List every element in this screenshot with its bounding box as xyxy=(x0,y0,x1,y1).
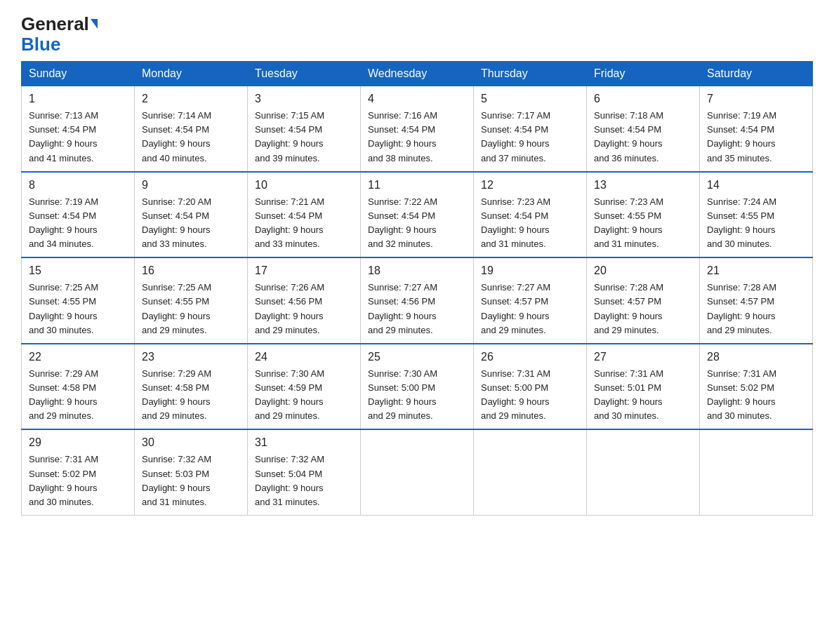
calendar-cell xyxy=(474,429,587,515)
day-number: 28 xyxy=(707,349,805,365)
day-info: Sunrise: 7:32 AMSunset: 5:04 PMDaylight:… xyxy=(255,452,353,509)
day-info: Sunrise: 7:18 AMSunset: 4:54 PMDaylight:… xyxy=(594,109,692,166)
day-info: Sunrise: 7:27 AMSunset: 4:57 PMDaylight:… xyxy=(481,281,579,337)
day-number: 19 xyxy=(481,262,579,279)
page-header: GeneralBlue xyxy=(21,14,813,54)
day-number: 29 xyxy=(29,434,127,451)
day-number: 10 xyxy=(255,177,353,194)
day-number: 5 xyxy=(481,90,579,107)
calendar-cell: 14Sunrise: 7:24 AMSunset: 4:55 PMDayligh… xyxy=(700,172,813,258)
day-number: 25 xyxy=(368,349,466,365)
calendar-cell: 28Sunrise: 7:31 AMSunset: 5:02 PMDayligh… xyxy=(700,344,813,430)
weekday-header-row: SundayMondayTuesdayWednesdayThursdayFrid… xyxy=(22,62,813,86)
calendar-cell: 6Sunrise: 7:18 AMSunset: 4:54 PMDaylight… xyxy=(587,86,700,172)
day-number: 1 xyxy=(29,90,127,107)
day-info: Sunrise: 7:20 AMSunset: 4:54 PMDaylight:… xyxy=(142,195,240,252)
day-info: Sunrise: 7:26 AMSunset: 4:56 PMDaylight:… xyxy=(255,281,353,337)
day-number: 8 xyxy=(29,177,127,194)
day-info: Sunrise: 7:30 AMSunset: 5:00 PMDaylight:… xyxy=(368,367,466,424)
day-number: 23 xyxy=(142,349,240,365)
day-number: 7 xyxy=(707,90,805,107)
calendar-cell: 18Sunrise: 7:27 AMSunset: 4:56 PMDayligh… xyxy=(361,257,474,344)
weekday-header-saturday: Saturday xyxy=(700,62,813,86)
day-number: 21 xyxy=(707,262,805,279)
day-info: Sunrise: 7:24 AMSunset: 4:55 PMDaylight:… xyxy=(707,195,805,252)
day-info: Sunrise: 7:29 AMSunset: 4:58 PMDaylight:… xyxy=(142,367,240,424)
day-info: Sunrise: 7:23 AMSunset: 4:55 PMDaylight:… xyxy=(594,195,692,252)
calendar-cell: 26Sunrise: 7:31 AMSunset: 5:00 PMDayligh… xyxy=(474,344,587,430)
day-info: Sunrise: 7:15 AMSunset: 4:54 PMDaylight:… xyxy=(255,109,353,166)
day-info: Sunrise: 7:31 AMSunset: 5:02 PMDaylight:… xyxy=(707,367,805,424)
day-number: 2 xyxy=(142,90,240,107)
calendar-cell: 22Sunrise: 7:29 AMSunset: 4:58 PMDayligh… xyxy=(22,344,135,430)
calendar-cell: 27Sunrise: 7:31 AMSunset: 5:01 PMDayligh… xyxy=(587,344,700,430)
day-info: Sunrise: 7:29 AMSunset: 4:58 PMDaylight:… xyxy=(29,367,127,424)
day-info: Sunrise: 7:14 AMSunset: 4:54 PMDaylight:… xyxy=(142,109,240,166)
day-number: 16 xyxy=(142,262,240,279)
calendar-table: SundayMondayTuesdayWednesdayThursdayFrid… xyxy=(21,61,813,516)
calendar-cell: 8Sunrise: 7:19 AMSunset: 4:54 PMDaylight… xyxy=(22,172,135,258)
day-number: 11 xyxy=(368,177,466,194)
day-info: Sunrise: 7:19 AMSunset: 4:54 PMDaylight:… xyxy=(29,195,127,252)
calendar-cell: 16Sunrise: 7:25 AMSunset: 4:55 PMDayligh… xyxy=(135,257,248,344)
calendar-cell xyxy=(587,429,700,515)
calendar-cell: 13Sunrise: 7:23 AMSunset: 4:55 PMDayligh… xyxy=(587,172,700,258)
day-info: Sunrise: 7:28 AMSunset: 4:57 PMDaylight:… xyxy=(594,281,692,337)
calendar-cell: 15Sunrise: 7:25 AMSunset: 4:55 PMDayligh… xyxy=(22,257,135,344)
day-info: Sunrise: 7:31 AMSunset: 5:02 PMDaylight:… xyxy=(29,452,127,509)
day-info: Sunrise: 7:31 AMSunset: 5:01 PMDaylight:… xyxy=(594,367,692,424)
logo-text: GeneralBlue xyxy=(21,14,98,54)
day-number: 14 xyxy=(707,177,805,194)
calendar-week-row: 8Sunrise: 7:19 AMSunset: 4:54 PMDaylight… xyxy=(22,172,813,258)
day-info: Sunrise: 7:25 AMSunset: 4:55 PMDaylight:… xyxy=(142,281,240,337)
day-info: Sunrise: 7:28 AMSunset: 4:57 PMDaylight:… xyxy=(707,281,805,337)
calendar-cell xyxy=(361,429,474,515)
calendar-week-row: 22Sunrise: 7:29 AMSunset: 4:58 PMDayligh… xyxy=(22,344,813,430)
calendar-cell: 4Sunrise: 7:16 AMSunset: 4:54 PMDaylight… xyxy=(361,86,474,172)
logo-triangle-icon xyxy=(91,19,98,29)
calendar-cell: 9Sunrise: 7:20 AMSunset: 4:54 PMDaylight… xyxy=(135,172,248,258)
day-number: 27 xyxy=(594,349,692,365)
day-number: 30 xyxy=(142,434,240,451)
calendar-cell: 7Sunrise: 7:19 AMSunset: 4:54 PMDaylight… xyxy=(700,86,813,172)
weekday-header-friday: Friday xyxy=(587,62,700,86)
calendar-cell: 29Sunrise: 7:31 AMSunset: 5:02 PMDayligh… xyxy=(22,429,135,515)
day-number: 26 xyxy=(481,349,579,365)
day-number: 20 xyxy=(594,262,692,279)
day-number: 9 xyxy=(142,177,240,194)
calendar-cell xyxy=(700,429,813,515)
day-info: Sunrise: 7:16 AMSunset: 4:54 PMDaylight:… xyxy=(368,109,466,166)
calendar-cell: 12Sunrise: 7:23 AMSunset: 4:54 PMDayligh… xyxy=(474,172,587,258)
calendar-week-row: 1Sunrise: 7:13 AMSunset: 4:54 PMDaylight… xyxy=(22,86,813,172)
calendar-cell: 19Sunrise: 7:27 AMSunset: 4:57 PMDayligh… xyxy=(474,257,587,344)
day-info: Sunrise: 7:31 AMSunset: 5:00 PMDaylight:… xyxy=(481,367,579,424)
day-info: Sunrise: 7:21 AMSunset: 4:54 PMDaylight:… xyxy=(255,195,353,252)
day-number: 17 xyxy=(255,262,353,279)
calendar-cell: 11Sunrise: 7:22 AMSunset: 4:54 PMDayligh… xyxy=(361,172,474,258)
day-number: 31 xyxy=(255,434,353,451)
calendar-week-row: 29Sunrise: 7:31 AMSunset: 5:02 PMDayligh… xyxy=(22,429,813,515)
calendar-cell: 1Sunrise: 7:13 AMSunset: 4:54 PMDaylight… xyxy=(22,86,135,172)
calendar-cell: 5Sunrise: 7:17 AMSunset: 4:54 PMDaylight… xyxy=(474,86,587,172)
logo-blue-text: Blue xyxy=(21,34,60,55)
weekday-header-monday: Monday xyxy=(135,62,248,86)
day-number: 13 xyxy=(594,177,692,194)
day-info: Sunrise: 7:13 AMSunset: 4:54 PMDaylight:… xyxy=(29,109,127,166)
calendar-cell: 30Sunrise: 7:32 AMSunset: 5:03 PMDayligh… xyxy=(135,429,248,515)
day-info: Sunrise: 7:27 AMSunset: 4:56 PMDaylight:… xyxy=(368,281,466,337)
day-number: 22 xyxy=(29,349,127,365)
calendar-cell: 10Sunrise: 7:21 AMSunset: 4:54 PMDayligh… xyxy=(248,172,361,258)
day-number: 18 xyxy=(368,262,466,279)
weekday-header-thursday: Thursday xyxy=(474,62,587,86)
day-info: Sunrise: 7:22 AMSunset: 4:54 PMDaylight:… xyxy=(368,195,466,252)
day-info: Sunrise: 7:23 AMSunset: 4:54 PMDaylight:… xyxy=(481,195,579,252)
weekday-header-tuesday: Tuesday xyxy=(248,62,361,86)
day-number: 24 xyxy=(255,349,353,365)
weekday-header-wednesday: Wednesday xyxy=(361,62,474,86)
day-number: 15 xyxy=(29,262,127,279)
calendar-cell: 31Sunrise: 7:32 AMSunset: 5:04 PMDayligh… xyxy=(248,429,361,515)
calendar-week-row: 15Sunrise: 7:25 AMSunset: 4:55 PMDayligh… xyxy=(22,257,813,344)
day-number: 4 xyxy=(368,90,466,107)
day-number: 12 xyxy=(481,177,579,194)
calendar-cell: 17Sunrise: 7:26 AMSunset: 4:56 PMDayligh… xyxy=(248,257,361,344)
